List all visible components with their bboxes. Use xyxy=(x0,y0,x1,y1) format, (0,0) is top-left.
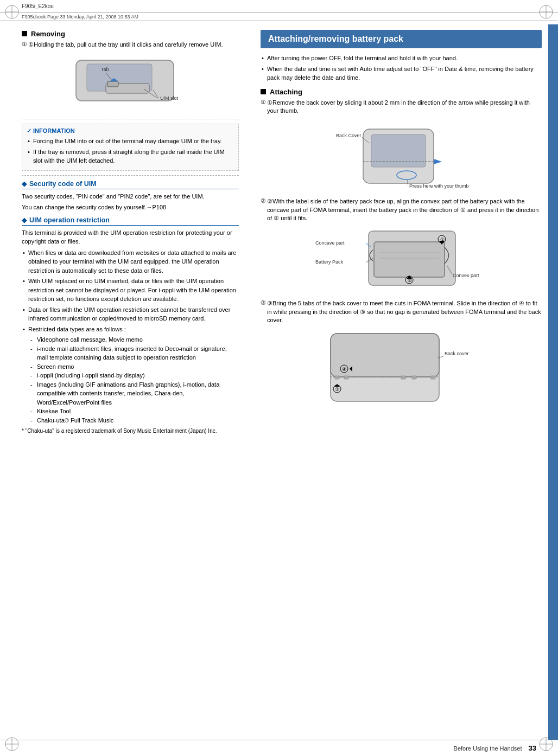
svg-text:③: ③ xyxy=(335,387,339,392)
footer-text: Before Using the Handset xyxy=(22,745,522,752)
svg-marker-26 xyxy=(434,159,442,164)
back-cover-image: Back Cover Press here with your thumb xyxy=(325,118,477,194)
back-cover-svg: Back Cover Press here with your thumb xyxy=(325,118,477,194)
battery-pack-image: ① ② Concave part Battery Pack Convex par… xyxy=(314,226,488,296)
book-info: F905i.book Page 33 Monday, April 21, 200… xyxy=(0,12,558,21)
svg-text:Press here with your thumb: Press here with your thumb xyxy=(409,183,469,189)
security-heading: Security code of UIM xyxy=(22,180,239,189)
uim-bullet-1: When files or data are downloaded from w… xyxy=(22,248,239,276)
svg-rect-48 xyxy=(331,334,439,377)
restricted-item-6: Kisekae Tool xyxy=(30,407,239,416)
information-heading: INFORMATION xyxy=(27,127,234,134)
removing-heading: Removing xyxy=(22,30,239,38)
svg-text:UIM slot: UIM slot xyxy=(160,95,179,101)
uim-op-body: This terminal is provided with the UIM o… xyxy=(22,228,239,246)
restricted-item-2: i-mode mail attachment files, images ins… xyxy=(30,344,239,362)
restricted-item-4: i-αppli (including i-αppli stand-by disp… xyxy=(30,371,239,380)
main-content: Removing ① ①Holding the tab, pull out th… xyxy=(0,24,558,740)
footnote: * "Chaku-uta" is a registered trademark … xyxy=(22,428,239,434)
battery-pack-svg: ① ② Concave part Battery Pack Convex par… xyxy=(314,226,488,296)
info-item-2: If the tray is removed, press it straigh… xyxy=(27,148,234,165)
attaching-step2: ② ②With the label side of the battery pa… xyxy=(261,197,542,222)
right-column: Attaching/removing battery pack After tu… xyxy=(250,24,558,740)
svg-rect-23 xyxy=(371,134,426,167)
uim-bullet-3: Data or files with the UIM operation res… xyxy=(22,305,239,323)
uim-bullet-4: Restricted data types are as follows : xyxy=(22,325,239,334)
svg-rect-52 xyxy=(401,376,405,379)
security-body2: You can change the security codes by you… xyxy=(22,203,239,212)
attaching-step1: ① ①Remove the back cover by sliding it a… xyxy=(261,99,542,116)
svg-rect-54 xyxy=(431,376,435,379)
restricted-item-5: Images (including GIF animations and Fla… xyxy=(30,380,239,407)
security-body1: Two security codes, "PIN code" and "PIN2… xyxy=(22,192,239,201)
right-accent-bar xyxy=(548,24,558,740)
header-bar: F905i_E2kou xyxy=(0,0,558,12)
section-title-box: Attaching/removing battery pack xyxy=(261,30,542,48)
attaching-bullet-icon xyxy=(261,89,266,94)
restricted-item-7: Chaku-uta® Full Track Music xyxy=(30,416,239,425)
svg-text:Convex part: Convex part xyxy=(453,273,479,278)
attaching-step3: ③ ③Bring the 5 tabs of the back cover to… xyxy=(261,299,542,324)
restricted-item-1: Videophone call message, Movie memo xyxy=(30,335,239,344)
intro-bullet-1: After turning the power OFF, fold the te… xyxy=(261,54,542,63)
svg-text:Tab: Tab xyxy=(101,67,109,72)
page-rule2 xyxy=(0,21,558,21)
svg-rect-53 xyxy=(412,376,416,379)
divider-2 xyxy=(22,175,239,176)
uim-bullet-2: With UIM replaced or no UIM inserted, da… xyxy=(22,277,239,304)
footer-page-number: 33 xyxy=(529,744,536,752)
svg-text:④: ④ xyxy=(342,367,346,372)
divider-1 xyxy=(22,119,239,119)
svg-text:Back Cover: Back Cover xyxy=(336,133,362,138)
bullet-square-icon xyxy=(22,31,27,36)
svg-rect-51 xyxy=(344,376,348,379)
svg-text:Battery Pack: Battery Pack xyxy=(315,259,344,265)
restricted-list: Videophone call message, Movie memo i-mo… xyxy=(30,335,239,425)
footer: Before Using the Handset 33 xyxy=(0,740,558,756)
left-column: Removing ① ①Holding the tab, pull out th… xyxy=(0,24,250,740)
svg-rect-50 xyxy=(335,376,339,379)
removing-step1: ① ①Holding the tab, pull out the tray un… xyxy=(22,41,239,49)
back-cover-final-svg: ③ ④ Back cover xyxy=(314,328,488,409)
svg-text:Back cover: Back cover xyxy=(445,351,469,356)
information-section: INFORMATION Forcing the UIM into or out … xyxy=(22,124,239,171)
svg-text:Concave part: Concave part xyxy=(315,240,345,246)
intro-bullet-2: When the date and time is set with Auto … xyxy=(261,65,542,82)
svg-rect-15 xyxy=(107,81,118,87)
uim-tray-svg: Tab UIM slot xyxy=(60,52,201,114)
attaching-heading: Attaching xyxy=(261,88,542,96)
back-cover-final-image: ③ ④ Back cover xyxy=(314,328,488,409)
restricted-item-3: Screen memo xyxy=(30,362,239,371)
uim-op-heading: UIM operation restriction xyxy=(22,216,239,226)
uim-tray-image: Tab UIM slot xyxy=(60,52,201,114)
svg-rect-32 xyxy=(374,242,445,277)
header-filename: F905i_E2kou xyxy=(22,3,536,9)
info-item-1: Forcing the UIM into or out of the termi… xyxy=(27,137,234,146)
